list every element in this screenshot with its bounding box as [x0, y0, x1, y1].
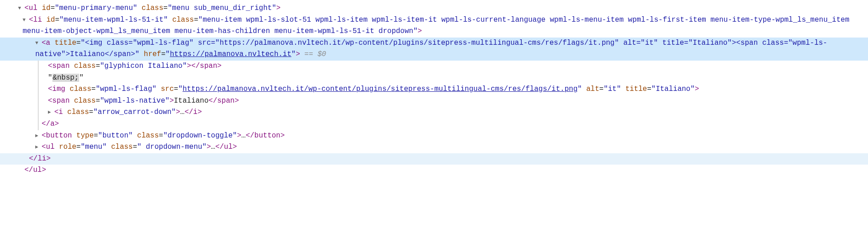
node-span-native[interactable]: <span class="wpml-ls-native">Italiano</s… — [48, 95, 868, 107]
node-i-arrow[interactable]: <i class="arrow_carrot-down">…</i> — [48, 107, 868, 118]
toggle-icon[interactable] — [48, 109, 54, 117]
toggle-icon[interactable] — [35, 132, 42, 140]
selected-marker: == $0 — [300, 50, 326, 58]
node-ul-open[interactable]: <ul id="menu-primary-menu" class="menu s… — [0, 3, 868, 14]
href-link[interactable]: https://palmanova.nvltech.it — [170, 50, 292, 58]
node-ul-close[interactable]: </ul> — [0, 165, 868, 176]
node-ul-dropdown[interactable]: <ul role="menu" class=" dropdown-menu">…… — [0, 142, 868, 153]
node-img[interactable]: <img class="wpml-ls-flag" src="https://p… — [48, 84, 868, 95]
dom-tree: <ul id="menu-primary-menu" class="menu s… — [0, 0, 868, 179]
toggle-icon[interactable] — [18, 5, 24, 13]
node-li-open[interactable]: <li id="menu-item-wpml-ls-51-it" class="… — [0, 14, 868, 38]
toggle-icon[interactable] — [35, 39, 42, 47]
node-button[interactable]: <button type="button" class="dropdown-to… — [0, 130, 868, 142]
node-a-open[interactable]: <a title="<img class="wpml-ls-flag" src=… — [0, 38, 868, 61]
img-src-link[interactable]: https://palmanova.nvltech.it/wp-content/… — [183, 85, 578, 93]
node-li-close[interactable]: </li> — [0, 153, 868, 165]
guide-line: <span class="glyphicon Italiano"></span>… — [38, 61, 868, 130]
node-span-glyphicon[interactable]: <span class="glyphicon Italiano"></span> — [48, 61, 868, 72]
toggle-icon[interactable] — [35, 143, 42, 151]
toggle-icon[interactable] — [23, 16, 29, 24]
node-a-close[interactable]: </a> — [42, 118, 868, 130]
node-text-nbsp[interactable]: "&nbsp;" — [48, 72, 868, 84]
